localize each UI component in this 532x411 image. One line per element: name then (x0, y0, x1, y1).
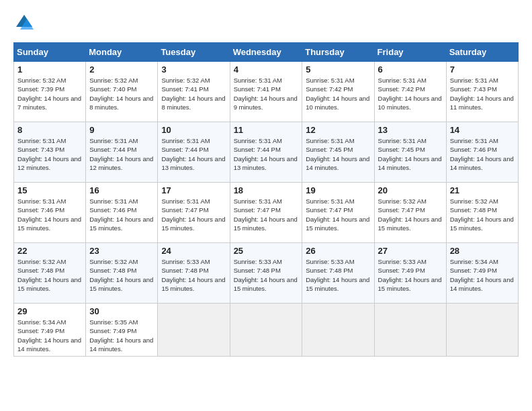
day-info: Sunrise: 5:31 AM Sunset: 7:45 PM Dayligh… (378, 136, 443, 172)
day-info: Sunrise: 5:31 AM Sunset: 7:42 PM Dayligh… (378, 76, 443, 111)
calendar-cell: 29 Sunrise: 5:34 AM Sunset: 7:49 PM Dayl… (14, 304, 86, 357)
calendar-cell: 26 Sunrise: 5:33 AM Sunset: 7:48 PM Dayl… (302, 243, 374, 304)
day-number: 15 (17, 185, 82, 195)
day-number: 5 (306, 64, 370, 75)
calendar-cell (374, 304, 446, 357)
day-number: 16 (89, 185, 154, 195)
day-number: 2 (89, 64, 154, 75)
calendar-cell: 9 Sunrise: 5:31 AM Sunset: 7:44 PM Dayli… (86, 122, 158, 183)
day-info: Sunrise: 5:34 AM Sunset: 7:49 PM Dayligh… (17, 318, 82, 353)
day-info: Sunrise: 5:31 AM Sunset: 7:41 PM Dayligh… (234, 76, 299, 111)
calendar-cell: 5 Sunrise: 5:31 AM Sunset: 7:42 PM Dayli… (302, 62, 374, 122)
day-info: Sunrise: 5:31 AM Sunset: 7:47 PM Dayligh… (306, 197, 370, 232)
day-number: 10 (161, 125, 226, 135)
calendar-cell: 14 Sunrise: 5:31 AM Sunset: 7:46 PM Dayl… (446, 122, 518, 183)
day-info: Sunrise: 5:33 AM Sunset: 7:48 PM Dayligh… (234, 257, 299, 293)
calendar-cell: 7 Sunrise: 5:31 AM Sunset: 7:43 PM Dayli… (446, 62, 518, 122)
calendar-cell: 6 Sunrise: 5:31 AM Sunset: 7:42 PM Dayli… (374, 62, 446, 122)
day-info: Sunrise: 5:31 AM Sunset: 7:46 PM Dayligh… (17, 197, 82, 232)
header-sunday: Sunday (14, 43, 86, 62)
calendar-cell: 15 Sunrise: 5:31 AM Sunset: 7:46 PM Dayl… (14, 183, 86, 243)
day-number: 26 (306, 246, 370, 256)
day-info: Sunrise: 5:33 AM Sunset: 7:48 PM Dayligh… (306, 257, 370, 293)
calendar-cell: 1 Sunrise: 5:32 AM Sunset: 7:39 PM Dayli… (14, 62, 86, 122)
day-info: Sunrise: 5:31 AM Sunset: 7:42 PM Dayligh… (306, 76, 370, 111)
day-info: Sunrise: 5:35 AM Sunset: 7:49 PM Dayligh… (89, 318, 154, 353)
header-friday: Friday (374, 43, 446, 62)
calendar-cell: 24 Sunrise: 5:33 AM Sunset: 7:48 PM Dayl… (158, 243, 230, 304)
day-number: 1 (17, 64, 82, 75)
header-tuesday: Tuesday (158, 43, 230, 62)
day-number: 17 (161, 185, 226, 195)
calendar-cell: 11 Sunrise: 5:31 AM Sunset: 7:44 PM Dayl… (230, 122, 302, 183)
calendar-cell: 2 Sunrise: 5:32 AM Sunset: 7:40 PM Dayli… (86, 62, 158, 122)
day-number: 6 (378, 64, 443, 75)
day-number: 27 (378, 246, 443, 256)
day-number: 20 (378, 185, 443, 195)
calendar-cell: 23 Sunrise: 5:32 AM Sunset: 7:48 PM Dayl… (86, 243, 158, 304)
day-info: Sunrise: 5:31 AM Sunset: 7:47 PM Dayligh… (161, 197, 226, 232)
calendar-header-row: SundayMondayTuesdayWednesdayThursdayFrid… (14, 43, 519, 62)
day-number: 3 (161, 64, 226, 75)
calendar-cell (230, 304, 302, 357)
calendar-cell (302, 304, 374, 357)
day-info: Sunrise: 5:31 AM Sunset: 7:43 PM Dayligh… (17, 136, 82, 172)
day-number: 14 (450, 125, 515, 135)
day-info: Sunrise: 5:32 AM Sunset: 7:40 PM Dayligh… (89, 76, 154, 111)
calendar-cell: 19 Sunrise: 5:31 AM Sunset: 7:47 PM Dayl… (302, 183, 374, 243)
header-thursday: Thursday (302, 43, 374, 62)
day-number: 9 (89, 125, 154, 135)
calendar-cell: 28 Sunrise: 5:34 AM Sunset: 7:49 PM Dayl… (446, 243, 518, 304)
calendar-cell: 21 Sunrise: 5:32 AM Sunset: 7:48 PM Dayl… (446, 183, 518, 243)
day-number: 22 (17, 246, 82, 256)
calendar-cell: 17 Sunrise: 5:31 AM Sunset: 7:47 PM Dayl… (158, 183, 230, 243)
header (13, 13, 519, 36)
day-number: 28 (450, 246, 515, 256)
calendar-cell: 16 Sunrise: 5:31 AM Sunset: 7:46 PM Dayl… (86, 183, 158, 243)
calendar-week-1: 1 Sunrise: 5:32 AM Sunset: 7:39 PM Dayli… (14, 62, 519, 122)
day-number: 30 (89, 306, 154, 316)
header-saturday: Saturday (446, 43, 518, 62)
day-number: 18 (234, 185, 299, 195)
calendar-cell: 13 Sunrise: 5:31 AM Sunset: 7:45 PM Dayl… (374, 122, 446, 183)
calendar-cell: 27 Sunrise: 5:33 AM Sunset: 7:49 PM Dayl… (374, 243, 446, 304)
header-monday: Monday (86, 43, 158, 62)
day-info: Sunrise: 5:31 AM Sunset: 7:45 PM Dayligh… (306, 136, 370, 172)
day-info: Sunrise: 5:32 AM Sunset: 7:41 PM Dayligh… (161, 76, 226, 111)
day-info: Sunrise: 5:31 AM Sunset: 7:43 PM Dayligh… (450, 76, 515, 111)
day-number: 29 (17, 306, 82, 316)
calendar-cell: 22 Sunrise: 5:32 AM Sunset: 7:48 PM Dayl… (14, 243, 86, 304)
day-number: 23 (89, 246, 154, 256)
day-info: Sunrise: 5:32 AM Sunset: 7:48 PM Dayligh… (89, 257, 154, 293)
calendar-cell: 10 Sunrise: 5:31 AM Sunset: 7:44 PM Dayl… (158, 122, 230, 183)
calendar: SundayMondayTuesdayWednesdayThursdayFrid… (13, 42, 519, 357)
calendar-cell: 8 Sunrise: 5:31 AM Sunset: 7:43 PM Dayli… (14, 122, 86, 183)
day-number: 13 (378, 125, 443, 135)
calendar-cell: 3 Sunrise: 5:32 AM Sunset: 7:41 PM Dayli… (158, 62, 230, 122)
calendar-cell: 20 Sunrise: 5:32 AM Sunset: 7:47 PM Dayl… (374, 183, 446, 243)
calendar-cell (446, 304, 518, 357)
day-info: Sunrise: 5:33 AM Sunset: 7:49 PM Dayligh… (378, 257, 443, 293)
day-info: Sunrise: 5:32 AM Sunset: 7:48 PM Dayligh… (17, 257, 82, 293)
day-number: 24 (161, 246, 226, 256)
day-info: Sunrise: 5:33 AM Sunset: 7:48 PM Dayligh… (161, 257, 226, 293)
day-info: Sunrise: 5:34 AM Sunset: 7:49 PM Dayligh… (450, 257, 515, 293)
calendar-cell: 4 Sunrise: 5:31 AM Sunset: 7:41 PM Dayli… (230, 62, 302, 122)
logo-icon (15, 13, 34, 32)
logo (13, 13, 34, 36)
day-number: 4 (234, 64, 299, 75)
day-number: 19 (306, 185, 370, 195)
day-info: Sunrise: 5:31 AM Sunset: 7:44 PM Dayligh… (161, 136, 226, 172)
day-info: Sunrise: 5:32 AM Sunset: 7:47 PM Dayligh… (378, 197, 443, 232)
day-info: Sunrise: 5:32 AM Sunset: 7:39 PM Dayligh… (17, 76, 82, 111)
calendar-week-4: 22 Sunrise: 5:32 AM Sunset: 7:48 PM Dayl… (14, 243, 519, 304)
day-number: 25 (234, 246, 299, 256)
calendar-cell: 30 Sunrise: 5:35 AM Sunset: 7:49 PM Dayl… (86, 304, 158, 357)
calendar-week-2: 8 Sunrise: 5:31 AM Sunset: 7:43 PM Dayli… (14, 122, 519, 183)
day-info: Sunrise: 5:31 AM Sunset: 7:46 PM Dayligh… (89, 197, 154, 232)
day-info: Sunrise: 5:31 AM Sunset: 7:46 PM Dayligh… (450, 136, 515, 172)
calendar-week-3: 15 Sunrise: 5:31 AM Sunset: 7:46 PM Dayl… (14, 183, 519, 243)
day-number: 8 (17, 125, 82, 135)
day-number: 21 (450, 185, 515, 195)
day-info: Sunrise: 5:31 AM Sunset: 7:47 PM Dayligh… (234, 197, 299, 232)
